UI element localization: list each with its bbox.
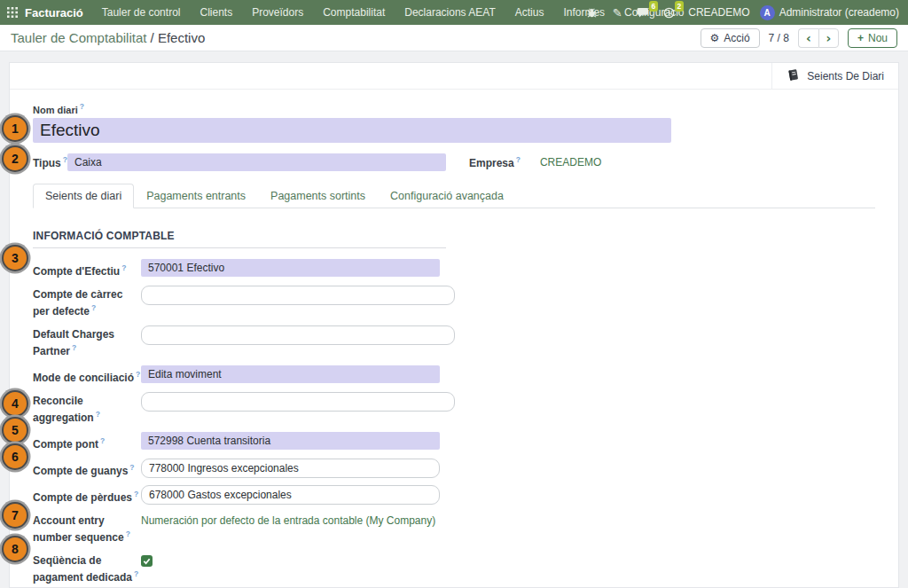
menu-assets[interactable]: Actius xyxy=(507,0,552,25)
check-icon xyxy=(143,553,151,568)
menu-dashboard[interactable]: Tauler de control xyxy=(94,0,189,25)
help-icon[interactable]: ? xyxy=(516,155,521,164)
help-icon[interactable]: ? xyxy=(134,490,138,498)
annotation-marker-6: 6 xyxy=(2,443,28,470)
user-menu[interactable]: A Administrator (creademo) xyxy=(760,5,901,20)
notebook-tabs: Seients de diari Pagaments entrants Paga… xyxy=(33,184,875,208)
apps-grid-icon[interactable] xyxy=(7,3,18,22)
suspense-account-input[interactable]: 572998 Cuenta transitoria xyxy=(141,432,440,450)
tab-outgoing-payments[interactable]: Pagaments sortints xyxy=(258,184,378,208)
annotation-marker-5: 5 xyxy=(2,417,28,443)
chevron-left-icon: ‹ xyxy=(806,31,811,45)
help-icon[interactable]: ? xyxy=(129,463,134,472)
field-label: Compte d'Efectiu? xyxy=(33,259,141,278)
menu-aeat[interactable]: Declaracions AEAT xyxy=(396,0,504,25)
field-row-profit-account: Compte de guanys? 778000 Ingresos excepc… xyxy=(33,459,875,478)
field-row-reconcile-aggregation: Reconcile aggregation? xyxy=(33,392,875,425)
form-body: Nom diari? Efectivo Tipus? Caixa Empresa… xyxy=(10,90,898,588)
accounting-fields: Compte d'Efectiu? 570001 Efectivo Compte… xyxy=(33,259,875,588)
user-name: Administrator (creademo) xyxy=(779,6,901,19)
tab-incoming-payments[interactable]: Pagaments entrants xyxy=(134,184,258,208)
chevron-right-icon: › xyxy=(826,31,832,45)
help-icon[interactable]: ? xyxy=(126,529,130,538)
company-value-link[interactable]: CREADEMO xyxy=(540,156,601,169)
plus-icon: + xyxy=(857,32,864,44)
field-label: Mode de conciliació? xyxy=(33,365,141,385)
activities-clock-icon[interactable]: 2 xyxy=(659,3,678,22)
field-label: Default Charges Partner? xyxy=(33,325,141,358)
field-label: Compte pont? xyxy=(33,432,141,451)
company-label: Empresa? xyxy=(469,155,521,169)
help-icon[interactable]: ? xyxy=(100,436,105,445)
annotation-marker-8: 8 xyxy=(2,536,28,562)
field-row-dedicated-payment-sequence: Seqüència de pagament dedicada? xyxy=(33,552,875,584)
debug-bug-icon[interactable] xyxy=(582,3,601,22)
field-label: Seqüència de pagament dedicada? xyxy=(33,552,141,584)
annotation-marker-1: 1 xyxy=(2,115,28,142)
entry-sequence-link[interactable]: Numeración por defecto de la entrada con… xyxy=(141,512,435,528)
field-row-default-debit-account: Compte de càrrec per defecte? xyxy=(33,286,875,318)
content-area: Seients De Diari Nom diari? Efectivo Tip… xyxy=(0,51,908,588)
menu-vendors[interactable]: Proveïdors xyxy=(244,0,311,25)
type-label: Tipus? xyxy=(33,155,67,169)
field-label: Reconcile aggregation? xyxy=(33,392,141,425)
top-navbar: Facturació Tauler de control Clients Pro… xyxy=(0,0,908,25)
breadcrumb-current: Efectivo xyxy=(158,30,205,45)
app-name[interactable]: Facturació xyxy=(21,6,90,20)
help-icon[interactable]: ? xyxy=(96,410,100,419)
annotation-marker-4: 4 xyxy=(2,390,28,417)
dedicated-payment-sequence-checkbox[interactable] xyxy=(141,555,153,567)
cash-account-input[interactable]: 570001 Efectivo xyxy=(141,259,440,277)
journal-name-label: Nom diari? xyxy=(33,102,875,115)
reconcile-mode-input[interactable]: Edita moviment xyxy=(141,365,440,383)
reconcile-aggregation-input[interactable] xyxy=(141,392,455,412)
button-box: Seients De Diari xyxy=(10,63,898,90)
default-charges-partner-input[interactable] xyxy=(141,325,455,345)
edit-pencil-icon[interactable]: ✎ xyxy=(607,3,627,22)
pager-next-button[interactable]: › xyxy=(818,28,839,48)
form-sheet: Seients De Diari Nom diari? Efectivo Tip… xyxy=(9,62,899,588)
user-avatar: A xyxy=(760,5,775,20)
field-label: Compte de guanys? xyxy=(33,459,141,478)
help-icon[interactable]: ? xyxy=(136,370,140,379)
annotation-marker-7: 7 xyxy=(2,502,28,529)
menu-clients[interactable]: Clients xyxy=(192,0,240,25)
journal-entries-stat-button[interactable]: Seients De Diari xyxy=(771,63,898,89)
default-debit-account-input[interactable] xyxy=(141,286,455,305)
type-input[interactable]: Caixa xyxy=(67,153,446,171)
control-panel: Tauler de Comptabilitat / Efectivo ⚙ Acc… xyxy=(0,25,908,51)
breadcrumb: Tauler de Comptabilitat / Efectivo xyxy=(11,30,205,45)
messages-icon[interactable]: 6 xyxy=(633,3,653,22)
loss-account-input[interactable]: 678000 Gastos excepcionales xyxy=(141,485,440,505)
pager-previous-button[interactable]: ‹ xyxy=(798,28,818,48)
help-icon[interactable]: ? xyxy=(134,569,138,578)
profit-account-input[interactable]: 778000 Ingresos excepcionales xyxy=(141,459,440,478)
field-row-default-charges-partner: Default Charges Partner? xyxy=(33,325,875,358)
company-switcher[interactable]: CREADEMO xyxy=(685,6,753,19)
field-row-entry-sequence: Account entry number sequence? Numeració… xyxy=(33,512,875,545)
help-icon[interactable]: ? xyxy=(80,102,84,111)
field-row-cash-account: Compte d'Efectiu? 570001 Efectivo xyxy=(33,259,875,278)
tab-journal-entries[interactable]: Seients de diari xyxy=(33,184,134,208)
field-row-loss-account: Compte de pèrdues? 678000 Gastos excepci… xyxy=(33,485,875,505)
section-title: INFORMACIÓ COMPTABLE xyxy=(33,230,446,248)
journal-name-input[interactable]: Efectivo xyxy=(33,118,671,143)
annotation-marker-2: 2 xyxy=(2,145,28,172)
activities-badge: 2 xyxy=(675,1,685,12)
menu-accounting[interactable]: Comptabilitat xyxy=(315,0,393,25)
field-row-suspense-account: Compte pont? 572998 Cuenta transitoria xyxy=(33,432,875,451)
help-icon[interactable]: ? xyxy=(121,263,126,272)
tab-advanced-settings[interactable]: Configuració avançada xyxy=(378,184,516,208)
help-icon[interactable]: ? xyxy=(72,343,76,352)
help-icon[interactable]: ? xyxy=(91,303,96,312)
annotation-marker-3: 3 xyxy=(2,245,28,271)
pager: ‹ › xyxy=(798,28,839,48)
new-button[interactable]: + Nou xyxy=(848,28,897,48)
field-row-reconcile-mode: Mode de conciliació? Edita moviment xyxy=(33,365,875,385)
book-icon xyxy=(787,68,800,84)
breadcrumb-separator: / xyxy=(151,30,154,45)
breadcrumb-parent[interactable]: Tauler de Comptabilitat xyxy=(11,30,146,45)
gear-icon: ⚙ xyxy=(710,32,720,44)
action-button[interactable]: ⚙ Acció xyxy=(701,28,760,48)
field-label: Compte de pèrdues? xyxy=(33,485,141,505)
